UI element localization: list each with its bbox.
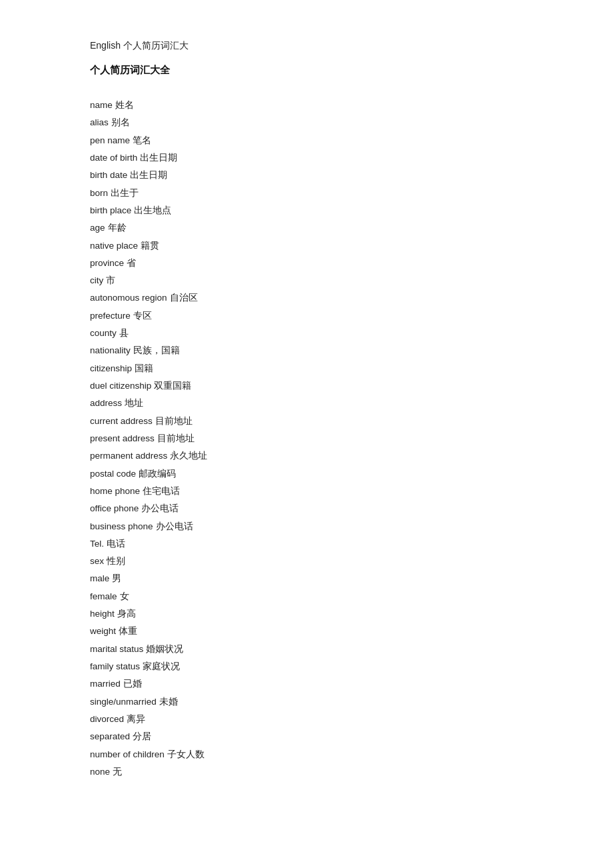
- vocab-english: county: [90, 328, 117, 338]
- vocab-english: province: [90, 258, 124, 268]
- list-item: postal code邮政编码: [90, 465, 523, 483]
- list-item: divorced离异: [90, 711, 523, 728]
- vocab-chinese: 地址: [125, 398, 143, 408]
- list-item: birth date出生日期: [90, 167, 523, 184]
- vocab-english: male: [90, 573, 109, 583]
- vocab-chinese: 自治区: [170, 293, 198, 303]
- list-item: married已婚: [90, 675, 523, 693]
- vocab-english: single/unmarried: [90, 697, 157, 707]
- list-item: birth place出生地点: [90, 202, 523, 219]
- vocab-chinese: 分居: [133, 731, 151, 741]
- list-item: female女: [90, 588, 523, 605]
- vocab-english: address: [90, 398, 122, 408]
- vocab-chinese: 姓名: [115, 100, 134, 110]
- list-item: office phone办公电话: [90, 500, 523, 517]
- list-item: current address目前地址: [90, 413, 523, 430]
- vocab-chinese: 体重: [119, 626, 137, 636]
- vocab-english: home phone: [90, 486, 140, 496]
- vocab-chinese: 女: [120, 591, 129, 601]
- vocab-english: city: [90, 275, 103, 285]
- vocab-english: present address: [90, 433, 155, 443]
- vocab-chinese: 离异: [127, 714, 145, 724]
- vocab-english: office phone: [90, 503, 139, 513]
- vocab-chinese: 子女人数: [167, 749, 205, 759]
- list-item: marital status婚姻状况: [90, 641, 523, 658]
- vocab-english: autonomous region: [90, 293, 167, 303]
- vocab-chinese: 目前地址: [157, 433, 195, 443]
- vocab-english: none: [90, 767, 110, 777]
- vocab-chinese: 住宅电话: [143, 486, 180, 496]
- vocab-english: married: [90, 679, 121, 689]
- vocab-english: height: [90, 609, 115, 619]
- vocab-chinese: 出生地点: [134, 205, 171, 215]
- vocab-chinese: 民族，国籍: [133, 345, 180, 355]
- vocab-english: permanent address: [90, 451, 167, 461]
- vocab-english: birth place: [90, 205, 131, 215]
- vocab-chinese: 双重国籍: [154, 381, 191, 391]
- vocab-english: age: [90, 223, 105, 233]
- list-item: family status家庭状况: [90, 658, 523, 675]
- list-item: name姓名: [90, 97, 523, 114]
- vocab-chinese: 籍贯: [141, 241, 159, 251]
- vocab-english: postal code: [90, 469, 136, 479]
- vocab-english: alias: [90, 117, 109, 127]
- vocab-chinese: 无: [113, 767, 122, 777]
- list-item: alias别名: [90, 114, 523, 131]
- vocab-english: business phone: [90, 521, 153, 531]
- vocab-english: number of children: [90, 749, 165, 759]
- vocab-chinese: 已婚: [123, 679, 142, 689]
- page-header: English 个人简历词汇大 个人简历词汇大全: [90, 40, 523, 77]
- vocab-english: duel citizenship: [90, 381, 151, 391]
- vocab-chinese: 未婚: [159, 697, 178, 707]
- list-item: sex性别: [90, 553, 523, 570]
- vocab-english: sex: [90, 556, 104, 566]
- list-item: home phone住宅电话: [90, 483, 523, 500]
- list-item: prefecture专区: [90, 307, 523, 325]
- list-item: separated分居: [90, 728, 523, 745]
- vocab-english: native place: [90, 241, 138, 251]
- list-item: native place籍贯: [90, 237, 523, 255]
- vocab-english: divorced: [90, 714, 124, 724]
- vocab-chinese: 家庭状况: [143, 661, 180, 671]
- list-item: none无: [90, 763, 523, 781]
- list-item: male男: [90, 570, 523, 587]
- list-item: citizenship国籍: [90, 360, 523, 377]
- vocab-chinese: 办公电话: [156, 521, 193, 531]
- vocab-english: nationality: [90, 345, 131, 355]
- vocab-list: name姓名alias别名pen name笔名date of birth出生日期…: [90, 97, 523, 781]
- vocab-english: name: [90, 100, 113, 110]
- list-item: duel citizenship双重国籍: [90, 377, 523, 395]
- vocab-english: family status: [90, 661, 140, 671]
- vocab-english: birth date: [90, 170, 127, 180]
- vocab-chinese: 电话: [107, 539, 125, 549]
- list-item: nationality民族，国籍: [90, 342, 523, 359]
- vocab-chinese: 省: [127, 258, 136, 268]
- vocab-english: current address: [90, 416, 153, 426]
- vocab-chinese: 笔名: [133, 135, 151, 145]
- vocab-chinese: 男: [112, 573, 121, 583]
- vocab-chinese: 性别: [107, 556, 125, 566]
- vocab-chinese: 邮政编码: [139, 469, 176, 479]
- list-item: born出生于: [90, 185, 523, 202]
- vocab-chinese: 办公电话: [141, 503, 179, 513]
- vocab-chinese: 出生于: [111, 188, 139, 198]
- list-item: autonomous region自治区: [90, 289, 523, 307]
- list-item: date of birth出生日期: [90, 149, 523, 167]
- vocab-chinese: 专区: [133, 311, 152, 321]
- vocab-chinese: 出生日期: [130, 170, 167, 180]
- list-item: city市: [90, 272, 523, 289]
- vocab-chinese: 市: [106, 275, 115, 285]
- vocab-english: date of birth: [90, 153, 137, 163]
- vocab-chinese: 县: [119, 328, 129, 338]
- vocab-english: born: [90, 188, 108, 198]
- vocab-english: pen name: [90, 135, 130, 145]
- header-label: English 个人简历词汇大: [90, 40, 189, 51]
- vocab-chinese: 年龄: [108, 223, 127, 233]
- list-item: business phone办公电话: [90, 518, 523, 535]
- list-item: present address目前地址: [90, 430, 523, 447]
- vocab-english: separated: [90, 731, 130, 741]
- page-title: 个人简历词汇大全: [90, 64, 170, 75]
- vocab-chinese: 国籍: [135, 363, 153, 373]
- list-item: age年龄: [90, 219, 523, 237]
- list-item: pen name笔名: [90, 132, 523, 149]
